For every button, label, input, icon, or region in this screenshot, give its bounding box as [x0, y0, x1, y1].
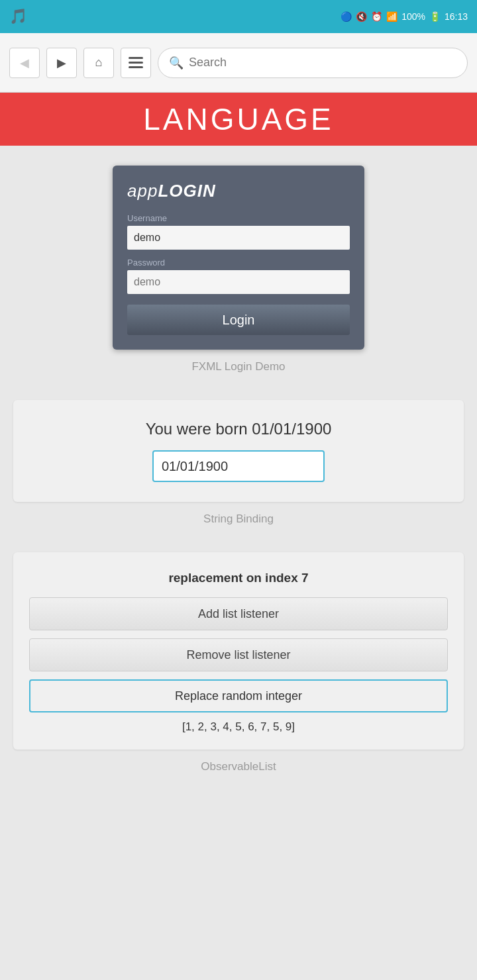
observable-list-label: ObservableList	[13, 760, 464, 773]
browser-toolbar: ◀ ▶ ⌂ 🔍	[0, 33, 477, 93]
menu-line-2	[129, 62, 143, 64]
forward-button[interactable]: ▶	[46, 48, 77, 78]
password-label: Password	[127, 258, 350, 268]
password-input[interactable]	[127, 270, 350, 294]
search-bar[interactable]: 🔍	[158, 48, 468, 78]
username-input[interactable]	[127, 226, 350, 250]
home-icon: ⌂	[95, 56, 103, 70]
login-card: appLOGIN Username Password Login	[113, 166, 364, 350]
replacement-title: replacement on index 7	[29, 571, 448, 585]
login-card-label: FXML Login Demo	[13, 360, 464, 373]
menu-line-3	[129, 66, 143, 68]
main-content: appLOGIN Username Password Login FXML Lo…	[0, 146, 477, 826]
mute-icon: 🔇	[356, 11, 367, 22]
status-bar: 🎵 🔵 🔇 ⏰ 📶 100% 🔋 16:13	[0, 0, 477, 33]
battery-icon: 🔋	[429, 11, 441, 22]
time-text: 16:13	[445, 11, 468, 22]
username-label: Username	[127, 213, 350, 223]
status-left: 🎵	[9, 8, 27, 25]
home-button[interactable]: ⌂	[83, 48, 114, 78]
add-list-listener-button[interactable]: Add list listener	[29, 597, 448, 630]
login-title-italic: app	[127, 181, 158, 201]
observable-list-card: replacement on index 7 Add list listener…	[13, 552, 464, 750]
string-binding-label: String Binding	[13, 513, 464, 526]
string-binding-card: You were born 01/01/1900	[13, 400, 464, 502]
page-header: LANGUAGE	[0, 93, 477, 146]
page-title: LANGUAGE	[143, 101, 334, 137]
login-title: appLOGIN	[127, 179, 350, 201]
back-button[interactable]: ◀	[9, 48, 40, 78]
remove-list-listener-button[interactable]: Remove list listener	[29, 638, 448, 671]
menu-button[interactable]	[121, 48, 151, 78]
date-input[interactable]	[152, 450, 325, 482]
wifi-icon: 📶	[386, 11, 398, 22]
forward-icon: ▶	[57, 56, 66, 70]
back-icon: ◀	[20, 56, 29, 70]
login-title-bold: LOGIN	[158, 181, 215, 201]
menu-line-1	[129, 57, 143, 59]
bluetooth-icon: 🔵	[341, 11, 352, 22]
status-right: 🔵 🔇 ⏰ 📶 100% 🔋 16:13	[341, 11, 468, 22]
battery-text: 100%	[401, 11, 425, 22]
login-button[interactable]: Login	[127, 305, 350, 335]
replace-random-integer-button[interactable]: Replace random integer	[29, 679, 448, 712]
search-icon: 🔍	[169, 56, 184, 70]
app-icon: 🎵	[9, 8, 27, 25]
search-input[interactable]	[189, 56, 456, 70]
alarm-icon: ⏰	[371, 11, 382, 22]
born-text: You were born 01/01/1900	[29, 420, 448, 438]
list-values: [1, 2, 3, 4, 5, 6, 7, 5, 9]	[29, 720, 448, 734]
